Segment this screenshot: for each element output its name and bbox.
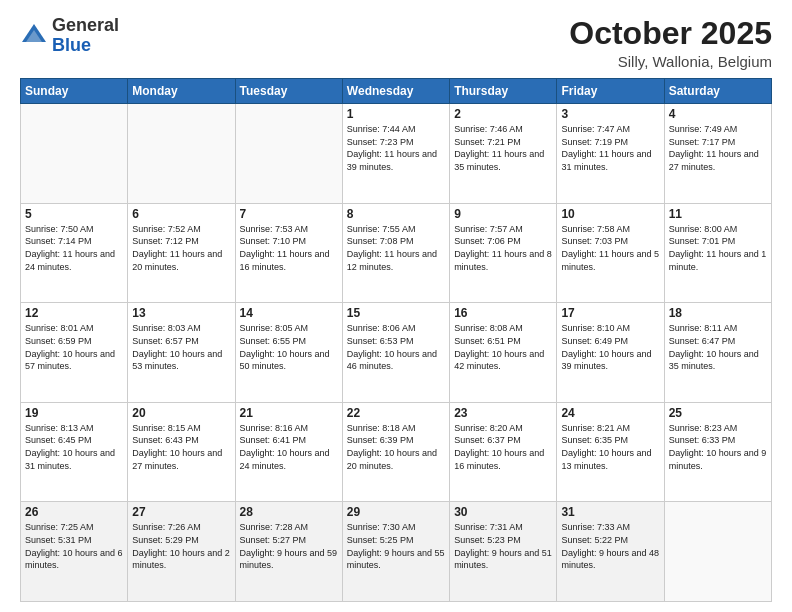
day-info: Sunrise: 8:00 AM Sunset: 7:01 PM Dayligh…	[669, 223, 767, 273]
day-number: 5	[25, 207, 123, 221]
day-info: Sunrise: 7:33 AM Sunset: 5:22 PM Dayligh…	[561, 521, 659, 571]
table-row: 27Sunrise: 7:26 AM Sunset: 5:29 PM Dayli…	[128, 502, 235, 602]
table-row: 11Sunrise: 8:00 AM Sunset: 7:01 PM Dayli…	[664, 203, 771, 303]
day-info: Sunrise: 8:20 AM Sunset: 6:37 PM Dayligh…	[454, 422, 552, 472]
day-number: 30	[454, 505, 552, 519]
table-row: 5Sunrise: 7:50 AM Sunset: 7:14 PM Daylig…	[21, 203, 128, 303]
page: General Blue October 2025 Silly, Walloni…	[0, 0, 792, 612]
table-row	[21, 104, 128, 204]
day-number: 17	[561, 306, 659, 320]
day-number: 23	[454, 406, 552, 420]
day-number: 12	[25, 306, 123, 320]
day-info: Sunrise: 8:03 AM Sunset: 6:57 PM Dayligh…	[132, 322, 230, 372]
day-number: 7	[240, 207, 338, 221]
location: Silly, Wallonia, Belgium	[569, 53, 772, 70]
table-row: 30Sunrise: 7:31 AM Sunset: 5:23 PM Dayli…	[450, 502, 557, 602]
day-info: Sunrise: 7:47 AM Sunset: 7:19 PM Dayligh…	[561, 123, 659, 173]
table-row: 26Sunrise: 7:25 AM Sunset: 5:31 PM Dayli…	[21, 502, 128, 602]
table-row: 20Sunrise: 8:15 AM Sunset: 6:43 PM Dayli…	[128, 402, 235, 502]
table-row: 9Sunrise: 7:57 AM Sunset: 7:06 PM Daylig…	[450, 203, 557, 303]
table-row: 1Sunrise: 7:44 AM Sunset: 7:23 PM Daylig…	[342, 104, 449, 204]
calendar: Sunday Monday Tuesday Wednesday Thursday…	[20, 78, 772, 602]
title-block: October 2025 Silly, Wallonia, Belgium	[569, 16, 772, 70]
day-info: Sunrise: 8:11 AM Sunset: 6:47 PM Dayligh…	[669, 322, 767, 372]
day-info: Sunrise: 7:25 AM Sunset: 5:31 PM Dayligh…	[25, 521, 123, 571]
col-wednesday: Wednesday	[342, 79, 449, 104]
day-info: Sunrise: 7:53 AM Sunset: 7:10 PM Dayligh…	[240, 223, 338, 273]
table-row: 10Sunrise: 7:58 AM Sunset: 7:03 PM Dayli…	[557, 203, 664, 303]
day-number: 24	[561, 406, 659, 420]
col-sunday: Sunday	[21, 79, 128, 104]
day-number: 8	[347, 207, 445, 221]
day-number: 3	[561, 107, 659, 121]
day-info: Sunrise: 7:58 AM Sunset: 7:03 PM Dayligh…	[561, 223, 659, 273]
day-number: 16	[454, 306, 552, 320]
logo-text: General Blue	[52, 16, 119, 56]
day-info: Sunrise: 7:52 AM Sunset: 7:12 PM Dayligh…	[132, 223, 230, 273]
calendar-header-row: Sunday Monday Tuesday Wednesday Thursday…	[21, 79, 772, 104]
day-info: Sunrise: 8:21 AM Sunset: 6:35 PM Dayligh…	[561, 422, 659, 472]
day-info: Sunrise: 7:28 AM Sunset: 5:27 PM Dayligh…	[240, 521, 338, 571]
day-number: 4	[669, 107, 767, 121]
table-row: 6Sunrise: 7:52 AM Sunset: 7:12 PM Daylig…	[128, 203, 235, 303]
day-info: Sunrise: 8:10 AM Sunset: 6:49 PM Dayligh…	[561, 322, 659, 372]
table-row: 16Sunrise: 8:08 AM Sunset: 6:51 PM Dayli…	[450, 303, 557, 403]
day-number: 27	[132, 505, 230, 519]
day-number: 29	[347, 505, 445, 519]
day-info: Sunrise: 8:01 AM Sunset: 6:59 PM Dayligh…	[25, 322, 123, 372]
day-number: 20	[132, 406, 230, 420]
table-row: 2Sunrise: 7:46 AM Sunset: 7:21 PM Daylig…	[450, 104, 557, 204]
day-number: 2	[454, 107, 552, 121]
table-row: 22Sunrise: 8:18 AM Sunset: 6:39 PM Dayli…	[342, 402, 449, 502]
logo: General Blue	[20, 16, 119, 56]
col-saturday: Saturday	[664, 79, 771, 104]
table-row: 13Sunrise: 8:03 AM Sunset: 6:57 PM Dayli…	[128, 303, 235, 403]
day-info: Sunrise: 8:16 AM Sunset: 6:41 PM Dayligh…	[240, 422, 338, 472]
logo-icon	[20, 22, 48, 50]
col-friday: Friday	[557, 79, 664, 104]
day-number: 31	[561, 505, 659, 519]
table-row: 17Sunrise: 8:10 AM Sunset: 6:49 PM Dayli…	[557, 303, 664, 403]
table-row: 19Sunrise: 8:13 AM Sunset: 6:45 PM Dayli…	[21, 402, 128, 502]
table-row: 14Sunrise: 8:05 AM Sunset: 6:55 PM Dayli…	[235, 303, 342, 403]
day-number: 18	[669, 306, 767, 320]
month-title: October 2025	[569, 16, 772, 51]
day-info: Sunrise: 7:30 AM Sunset: 5:25 PM Dayligh…	[347, 521, 445, 571]
day-info: Sunrise: 8:08 AM Sunset: 6:51 PM Dayligh…	[454, 322, 552, 372]
day-info: Sunrise: 8:18 AM Sunset: 6:39 PM Dayligh…	[347, 422, 445, 472]
table-row: 3Sunrise: 7:47 AM Sunset: 7:19 PM Daylig…	[557, 104, 664, 204]
table-row	[235, 104, 342, 204]
table-row: 4Sunrise: 7:49 AM Sunset: 7:17 PM Daylig…	[664, 104, 771, 204]
table-row: 31Sunrise: 7:33 AM Sunset: 5:22 PM Dayli…	[557, 502, 664, 602]
day-info: Sunrise: 7:55 AM Sunset: 7:08 PM Dayligh…	[347, 223, 445, 273]
table-row	[128, 104, 235, 204]
day-number: 15	[347, 306, 445, 320]
day-number: 21	[240, 406, 338, 420]
day-number: 10	[561, 207, 659, 221]
day-number: 9	[454, 207, 552, 221]
day-number: 1	[347, 107, 445, 121]
day-info: Sunrise: 8:15 AM Sunset: 6:43 PM Dayligh…	[132, 422, 230, 472]
day-number: 26	[25, 505, 123, 519]
table-row: 18Sunrise: 8:11 AM Sunset: 6:47 PM Dayli…	[664, 303, 771, 403]
day-info: Sunrise: 7:49 AM Sunset: 7:17 PM Dayligh…	[669, 123, 767, 173]
table-row	[664, 502, 771, 602]
day-number: 28	[240, 505, 338, 519]
header: General Blue October 2025 Silly, Walloni…	[20, 16, 772, 70]
day-info: Sunrise: 8:13 AM Sunset: 6:45 PM Dayligh…	[25, 422, 123, 472]
col-tuesday: Tuesday	[235, 79, 342, 104]
day-info: Sunrise: 7:31 AM Sunset: 5:23 PM Dayligh…	[454, 521, 552, 571]
col-monday: Monday	[128, 79, 235, 104]
table-row: 7Sunrise: 7:53 AM Sunset: 7:10 PM Daylig…	[235, 203, 342, 303]
col-thursday: Thursday	[450, 79, 557, 104]
table-row: 24Sunrise: 8:21 AM Sunset: 6:35 PM Dayli…	[557, 402, 664, 502]
day-info: Sunrise: 7:46 AM Sunset: 7:21 PM Dayligh…	[454, 123, 552, 173]
table-row: 23Sunrise: 8:20 AM Sunset: 6:37 PM Dayli…	[450, 402, 557, 502]
table-row: 25Sunrise: 8:23 AM Sunset: 6:33 PM Dayli…	[664, 402, 771, 502]
table-row: 8Sunrise: 7:55 AM Sunset: 7:08 PM Daylig…	[342, 203, 449, 303]
logo-blue: Blue	[52, 35, 91, 55]
table-row: 12Sunrise: 8:01 AM Sunset: 6:59 PM Dayli…	[21, 303, 128, 403]
day-number: 25	[669, 406, 767, 420]
day-number: 22	[347, 406, 445, 420]
day-info: Sunrise: 8:05 AM Sunset: 6:55 PM Dayligh…	[240, 322, 338, 372]
